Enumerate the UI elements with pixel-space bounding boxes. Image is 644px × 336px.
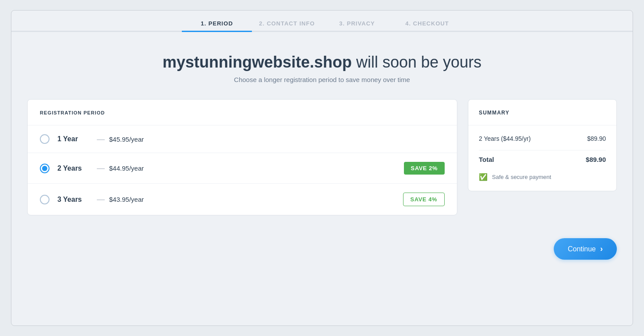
continue-label: Continue: [568, 245, 596, 253]
option-2years-name: 2 Years: [57, 164, 92, 172]
step-period[interactable]: 1. PERIOD: [182, 20, 252, 32]
checkout-window: 1. PERIOD 2. CONTACT INFO 3. PRIVACY 4. …: [11, 10, 633, 326]
secure-payment-row: ✅ Safe & secure payment: [479, 173, 606, 181]
chevron-right-icon: ›: [600, 244, 603, 254]
summary-line-item: 2 Years ($44.95/yr) $89.90: [479, 135, 606, 142]
registration-header-label: REGISTRATION PERIOD: [40, 110, 105, 115]
option-1year-name: 1 Year: [57, 135, 92, 143]
option-1year[interactable]: 1 Year — $45.95/year: [28, 125, 457, 153]
summary-body: 2 Years ($44.95/yr) $89.90 Total $89.90 …: [468, 125, 616, 191]
summary-total-label: Total: [479, 156, 494, 163]
save-badge-2years: SAVE 2%: [404, 162, 445, 175]
step-period-label: 1. PERIOD: [201, 20, 233, 32]
summary-panel: SUMMARY 2 Years ($44.95/yr) $89.90 Total…: [468, 99, 617, 191]
step-checkout-label: 4. CHECKOUT: [405, 20, 449, 32]
option-2years[interactable]: 2 Years — $44.95/year SAVE 2%: [28, 153, 457, 184]
save-badge-3years: SAVE 4%: [403, 193, 445, 206]
radio-1year[interactable]: [40, 134, 50, 144]
step-privacy-label: 3. PRIVACY: [339, 20, 375, 32]
summary-line-label: 2 Years ($44.95/yr): [479, 135, 531, 142]
radio-2years[interactable]: [40, 164, 50, 173]
registration-panel-header: REGISTRATION PERIOD: [28, 100, 457, 125]
option-3years-price: $43.95/year: [109, 196, 144, 203]
summary-header: SUMMARY: [468, 100, 616, 125]
continue-button[interactable]: Continue ›: [554, 238, 617, 260]
domain-name: mystunningwebsite.shop: [163, 53, 352, 71]
step-contact-info[interactable]: 2. CONTACT INFO: [252, 20, 322, 32]
option-2years-price: $44.95/year: [109, 164, 144, 172]
continue-btn-wrapper: Continue ›: [11, 231, 633, 273]
summary-header-label: SUMMARY: [479, 110, 510, 116]
radio-3years[interactable]: [40, 195, 50, 204]
radio-2years-dot: [42, 166, 47, 171]
hero-title-suffix: will soon be yours: [352, 53, 481, 71]
option-3years-name: 3 Years: [57, 196, 92, 204]
step-checkout[interactable]: 4. CHECKOUT: [392, 20, 462, 32]
main-layout: REGISTRATION PERIOD 1 Year — $45.95/year…: [11, 99, 633, 231]
option-1year-price: $45.95/year: [109, 136, 144, 143]
option-3years[interactable]: 3 Years — $43.95/year SAVE 4%: [28, 184, 457, 215]
hero-section: mystunningwebsite.shop will soon be your…: [11, 32, 633, 99]
registration-panel: REGISTRATION PERIOD 1 Year — $45.95/year…: [27, 99, 457, 215]
step-privacy[interactable]: 3. PRIVACY: [322, 20, 392, 32]
summary-total-row: Total $89.90: [479, 150, 606, 163]
summary-line-value: $89.90: [587, 135, 606, 142]
hero-subtitle: Choose a longer registration period to s…: [20, 76, 624, 83]
shield-icon: ✅: [479, 173, 488, 181]
summary-total-value: $89.90: [586, 156, 606, 163]
hero-title: mystunningwebsite.shop will soon be your…: [20, 53, 624, 71]
step-contact-label: 2. CONTACT INFO: [259, 20, 315, 32]
secure-payment-text: Safe & secure payment: [492, 174, 551, 180]
stepper: 1. PERIOD 2. CONTACT INFO 3. PRIVACY 4. …: [11, 11, 633, 32]
